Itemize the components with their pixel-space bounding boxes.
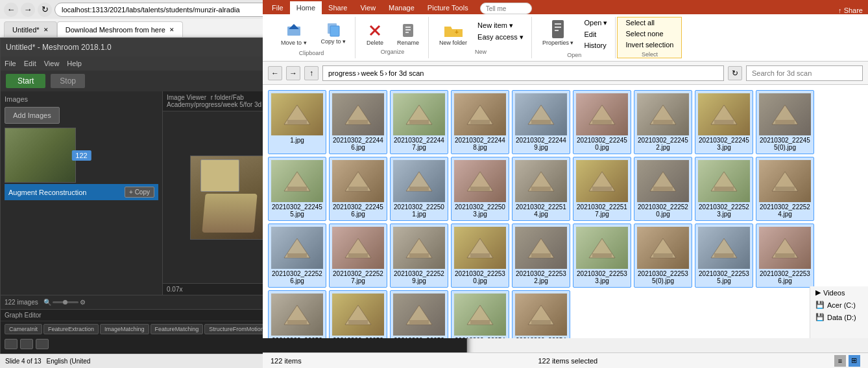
add-images-button[interactable]: Add Images: [5, 107, 60, 124]
new-items-col: New item ▾ Easy access ▾: [475, 20, 526, 43]
file-item[interactable]: 20210302_222533.jpg: [573, 224, 631, 288]
file-item[interactable]: 20210302_222538.jpg: [329, 290, 387, 338]
select-none-button[interactable]: Select none: [623, 29, 676, 39]
copy-to-button[interactable]: Copy to ▾: [317, 19, 350, 49]
svg-text:+: +: [455, 29, 459, 36]
nav-item-datad[interactable]: 💾 Data (D:): [810, 311, 868, 323]
file-item[interactable]: 20210302_222501.jpg: [390, 157, 448, 221]
file-item[interactable]: 20210302_222527.jpg: [329, 224, 387, 288]
file-item[interactable]: 20210302_222523.jpg: [695, 157, 753, 221]
delete-button[interactable]: Delete: [362, 20, 388, 47]
file-item[interactable]: 20210302_222535(0).jpg: [634, 224, 692, 288]
svg-rect-67: [287, 253, 307, 257]
zoom-out-icon[interactable]: 🔍: [43, 299, 51, 306]
file-item[interactable]: 20210302_222446.jpg: [329, 90, 387, 154]
ge-btn-2[interactable]: [20, 339, 33, 349]
properties-button[interactable]: Properties ▾: [538, 17, 578, 47]
file-item[interactable]: 20210302_222450.jpg: [573, 90, 631, 154]
tab-close-icon[interactable]: ✕: [43, 27, 49, 33]
history-button[interactable]: History: [581, 40, 610, 51]
zoom-slider[interactable]: [53, 301, 78, 303]
ribbon-tab-share[interactable]: Share: [322, 1, 354, 14]
move-to-button[interactable]: Move to ▾: [273, 19, 315, 49]
file-item[interactable]: 20210302_222452.jpg: [634, 90, 692, 154]
file-item[interactable]: 20210302_222532.jpg: [512, 224, 570, 288]
nav-item-acerc[interactable]: 💾 Acer (C:): [810, 299, 868, 311]
file-name: 20210302_222529.jpg: [393, 270, 445, 284]
file-item[interactable]: 20210302_222536.jpg: [756, 224, 814, 288]
copy-button[interactable]: + Copy: [125, 187, 154, 198]
stop-button[interactable]: Stop: [51, 74, 85, 88]
file-name: 20210302_222455.jpg: [271, 203, 323, 218]
file-item[interactable]: 20210302_222537.jpg: [268, 290, 326, 338]
address-path[interactable]: progress › week 5 › for 3d scan: [322, 65, 724, 81]
rename-button[interactable]: Rename: [393, 20, 423, 47]
ge-btn-3[interactable]: [36, 339, 49, 349]
ribbon-tab-picturetools[interactable]: Picture Tools: [421, 1, 475, 14]
menu-help[interactable]: Help: [67, 60, 82, 67]
file-item[interactable]: 20210302_222539.jpg: [390, 290, 448, 338]
file-item[interactable]: 20210302_222517.jpg: [573, 157, 631, 221]
file-name: 20210302_222530.jpg: [454, 270, 506, 284]
file-item[interactable]: 20210302_222456.jpg: [329, 157, 387, 221]
tell-me-input[interactable]: [480, 3, 532, 14]
file-thumbnail: [332, 227, 384, 269]
file-item[interactable]: 20210302_222453.jpg: [695, 90, 753, 154]
file-item[interactable]: 20210302_222524.jpg: [756, 157, 814, 221]
ribbon-tab-view[interactable]: View: [354, 1, 382, 14]
invert-selection-button[interactable]: Invert selection: [623, 40, 676, 50]
file-item[interactable]: 20210302_222535.jpg: [695, 224, 753, 288]
search-input[interactable]: [746, 65, 863, 81]
file-item[interactable]: 20210302_222455(0).jpg: [756, 90, 814, 154]
file-item[interactable]: 20210302_222503.jpg: [451, 157, 509, 221]
back-button[interactable]: ←: [4, 3, 18, 17]
addr-back-button[interactable]: ←: [268, 66, 282, 80]
node-featurematching[interactable]: FeatureMatching: [151, 324, 204, 334]
node-camerainit[interactable]: CameraInit: [5, 324, 42, 334]
addr-forward-button[interactable]: →: [286, 66, 300, 80]
grid-view-button[interactable]: ⊞: [849, 355, 860, 367]
ribbon-tab-file[interactable]: File: [265, 1, 290, 14]
menu-file[interactable]: File: [5, 60, 16, 67]
file-item[interactable]: 20210302_222514.jpg: [512, 157, 570, 221]
ge-btn-1[interactable]: [5, 339, 18, 349]
file-item[interactable]: 20210302_222540.jpg: [451, 290, 509, 338]
file-item[interactable]: 20210302_222526.jpg: [268, 224, 326, 288]
menu-edit[interactable]: Edit: [24, 60, 36, 67]
edit-button[interactable]: Edit: [581, 29, 610, 40]
addr-up-button[interactable]: ↑: [304, 66, 319, 80]
ribbon-tab-manage[interactable]: Manage: [382, 1, 421, 14]
node-structurefromotion[interactable]: StructureFromMotion: [204, 324, 269, 334]
settings-icon[interactable]: ⚙: [80, 299, 86, 306]
nav-item-videos[interactable]: ▶ Videos: [810, 286, 868, 299]
refresh-button[interactable]: ↻: [38, 3, 52, 17]
ribbon-tab-home[interactable]: Home: [290, 1, 322, 14]
file-item[interactable]: 20210302_222520.jpg: [634, 157, 692, 221]
new-item-button[interactable]: New item ▾: [475, 20, 526, 31]
addr-refresh-button[interactable]: ↻: [728, 66, 742, 80]
select-items: Select all Select none Invert selection: [623, 17, 676, 50]
file-item[interactable]: 20210302_222530.jpg: [451, 224, 509, 288]
file-item[interactable]: 20210302_222540.jpg: [512, 290, 570, 338]
browser-tab-active[interactable]: Download Meshroom from here ✕: [57, 21, 183, 37]
tab-active-close-icon[interactable]: ✕: [169, 27, 175, 33]
select-all-button[interactable]: Select all: [623, 17, 676, 28]
share-button[interactable]: ↑ Share: [838, 6, 863, 14]
file-item[interactable]: 1.jpg: [268, 90, 326, 154]
open-button[interactable]: Open ▾: [581, 17, 610, 29]
easy-access-button[interactable]: Easy access ▾: [475, 32, 526, 43]
list-view-button[interactable]: ≡: [834, 355, 846, 367]
file-item[interactable]: 20210302_222448.jpg: [451, 90, 509, 154]
file-item[interactable]: 20210302_222529.jpg: [390, 224, 448, 288]
forward-button[interactable]: →: [21, 3, 35, 17]
new-folder-button[interactable]: + New folder: [435, 20, 471, 47]
menu-view[interactable]: View: [44, 60, 60, 67]
node-featureextraction[interactable]: FeatureExtraction: [43, 324, 99, 334]
file-item[interactable]: 20210302_222447.jpg: [390, 90, 448, 154]
file-item[interactable]: 20210302_222449.jpg: [512, 90, 570, 154]
file-item[interactable]: 20210302_222455.jpg: [268, 157, 326, 221]
datad-label: Data (D:): [827, 314, 856, 321]
node-imagematching[interactable]: ImageMatching: [100, 324, 149, 334]
start-button[interactable]: Start: [6, 74, 45, 88]
browser-tab-inactive[interactable]: Untitled* ✕: [4, 21, 57, 37]
